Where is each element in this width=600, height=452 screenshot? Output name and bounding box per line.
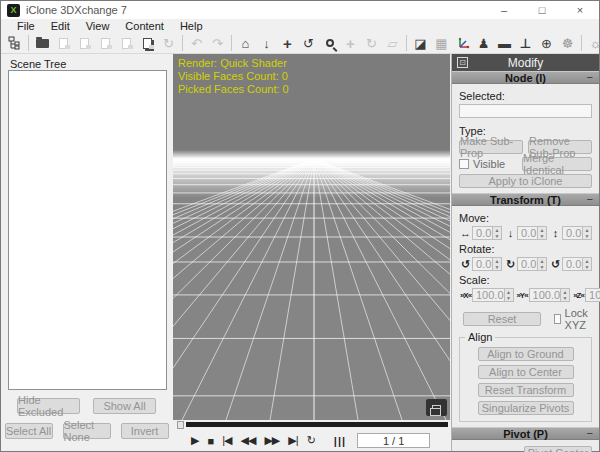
move-field-z: ↕0.0▲▼	[549, 226, 592, 240]
open-file-button[interactable]	[32, 34, 53, 53]
minimize-button[interactable]: –	[485, 1, 523, 19]
rotate-value[interactable]: 0.0	[472, 257, 493, 271]
loop-button[interactable]: ↻	[307, 434, 315, 447]
menu-file[interactable]: File	[9, 20, 43, 32]
move-value[interactable]: 0.0	[562, 226, 583, 240]
spinner-arrows[interactable]: ▲▼	[583, 226, 592, 240]
scale-value[interactable]: 100.0	[529, 288, 562, 302]
selected-node-field[interactable]	[459, 104, 592, 118]
spin-down-icon[interactable]: ▼	[561, 295, 569, 301]
move-value[interactable]: 0.0	[472, 226, 493, 240]
pan-camera-button[interactable]: +	[277, 34, 298, 53]
reset-transform-button[interactable]: Reset Transform	[478, 383, 574, 397]
menu-view[interactable]: View	[78, 20, 118, 32]
singularize-pivots-button[interactable]: Singularize Pivots	[478, 401, 574, 415]
scale-value[interactable]: 100.0	[472, 288, 505, 302]
spin-down-icon[interactable]: ▼	[493, 233, 501, 239]
timeline-handle[interactable]	[177, 421, 184, 429]
camera-switch-button[interactable]	[426, 399, 447, 416]
merge-identical-button[interactable]: Merge Identical	[522, 157, 592, 171]
spin-down-icon[interactable]: ▼	[538, 233, 546, 239]
figure-display-button[interactable]: ♟	[473, 34, 494, 53]
toolbar-separator	[231, 35, 232, 51]
align-to-ground-button[interactable]: Align to Ground	[478, 347, 574, 361]
light-stand-button[interactable]: ⊥	[515, 34, 536, 53]
scene-tree-list[interactable]	[8, 70, 167, 390]
menu-help[interactable]: Help	[172, 20, 211, 32]
collapse-icon[interactable]: −	[587, 193, 593, 205]
play-button[interactable]: ▶	[191, 434, 198, 447]
visible-checkbox-group[interactable]: Visible	[459, 158, 505, 170]
frame-indicator[interactable]: 1 / 1	[357, 433, 430, 448]
pivot-center-button[interactable]: Pivot Center	[524, 446, 592, 452]
make-sub-prop-button[interactable]: Make Sub-Prop	[459, 140, 523, 154]
spin-down-icon[interactable]: ▼	[493, 264, 501, 270]
rotate-value[interactable]: 0.0	[517, 257, 538, 271]
timeline-track[interactable]	[186, 422, 448, 427]
spinner-arrows[interactable]: ▲▼	[538, 226, 547, 240]
select-none-button[interactable]: Select None	[63, 423, 111, 439]
toolbar-separator	[182, 35, 183, 51]
move-value[interactable]: 0.0	[517, 226, 538, 240]
spin-down-icon[interactable]: ▼	[505, 295, 513, 301]
viewport-3d[interactable]: Render: Quick Shader Visible Faces Count…	[173, 54, 450, 420]
skip-to-end-button[interactable]: ▶|	[288, 434, 297, 447]
rotate-fields: ↺0.0▲▼↻0.0▲▼↺0.0▲▼	[459, 257, 592, 271]
scale-value[interactable]: 100.0	[585, 288, 600, 302]
spin-down-icon[interactable]: ▼	[583, 233, 591, 239]
export-button-1	[53, 34, 74, 53]
spinner-arrows[interactable]: ▲▼	[493, 257, 502, 271]
menu-edit[interactable]: Edit	[43, 20, 78, 32]
move-object-button: +	[340, 34, 361, 53]
maximize-button[interactable]: □	[523, 1, 561, 19]
timeline[interactable]	[173, 420, 450, 430]
collapse-icon[interactable]: −	[587, 427, 593, 439]
show-all-button[interactable]: Show All	[93, 398, 156, 414]
image-plane-button[interactable]: ▬	[494, 34, 515, 53]
spinner-arrows[interactable]: ▲▼	[505, 288, 514, 302]
select-all-button[interactable]: Select All	[5, 423, 53, 439]
home-view-button[interactable]: ⌂	[235, 34, 256, 53]
hide-excluded-button[interactable]: Hide Excluded	[17, 398, 80, 414]
spinner-arrows[interactable]: ▲▼	[493, 226, 502, 240]
invert-button[interactable]: Invert	[121, 423, 169, 439]
axis-gizmo-button[interactable]	[452, 34, 473, 53]
rewind-button[interactable]: ◀◀	[240, 434, 255, 447]
selected-label: Selected:	[459, 90, 592, 102]
spinner-arrows[interactable]: ▲▼	[538, 257, 547, 271]
collapse-icon[interactable]: −	[587, 71, 593, 83]
fast-forward-button[interactable]: ▶▶	[264, 434, 279, 447]
apply-to-iclone-panel-button[interactable]: Apply to iClone	[459, 174, 592, 188]
close-button[interactable]: ×	[561, 1, 599, 19]
skip-to-start-button[interactable]: |◀	[222, 434, 231, 447]
stop-button[interactable]: ■	[207, 435, 213, 447]
spin-down-icon[interactable]: ▼	[538, 264, 546, 270]
menu-content[interactable]: Content	[117, 20, 172, 32]
section-pivot-header[interactable]: Pivot (P) −	[452, 427, 599, 440]
spinner-arrows[interactable]: ▲▼	[561, 288, 570, 302]
dock-icon[interactable]: ⊡	[457, 57, 468, 68]
apply-to-iclone-button[interactable]	[137, 34, 158, 53]
section-transform-header[interactable]: Transform (T) −	[452, 193, 599, 206]
shade-mode-button[interactable]: ◪	[410, 34, 431, 53]
align-to-center-button[interactable]: Align to Center	[478, 365, 574, 379]
lock-xyz-checkbox[interactable]	[554, 314, 561, 324]
reset-button[interactable]: Reset	[463, 312, 541, 326]
point-light-button[interactable]: ☼	[585, 34, 600, 53]
lock-xyz-group[interactable]: Lock XYZ	[554, 307, 592, 331]
zoom-fit-button[interactable]: ↓	[256, 34, 277, 53]
zoom-camera-button[interactable]	[319, 34, 340, 53]
scale-axis-icon: »Z«	[572, 291, 585, 300]
rotate-value[interactable]: 0.0	[562, 257, 583, 271]
globe-button[interactable]: ⊕	[536, 34, 557, 53]
section-node-header[interactable]: Node (I) −	[452, 71, 599, 84]
frame-mode-button[interactable]: |||	[334, 435, 346, 447]
spinner-arrows[interactable]: ▲▼	[583, 257, 592, 271]
visible-checkbox[interactable]	[459, 159, 469, 169]
orbit-camera-button[interactable]: ↺	[298, 34, 319, 53]
scene-tree-toggle-button[interactable]	[4, 34, 25, 53]
grid-toggle-button[interactable]: ▦	[431, 34, 452, 53]
turtle-button[interactable]: ☸	[557, 34, 578, 53]
spin-down-icon[interactable]: ▼	[583, 264, 591, 270]
export-button-2	[74, 34, 95, 53]
